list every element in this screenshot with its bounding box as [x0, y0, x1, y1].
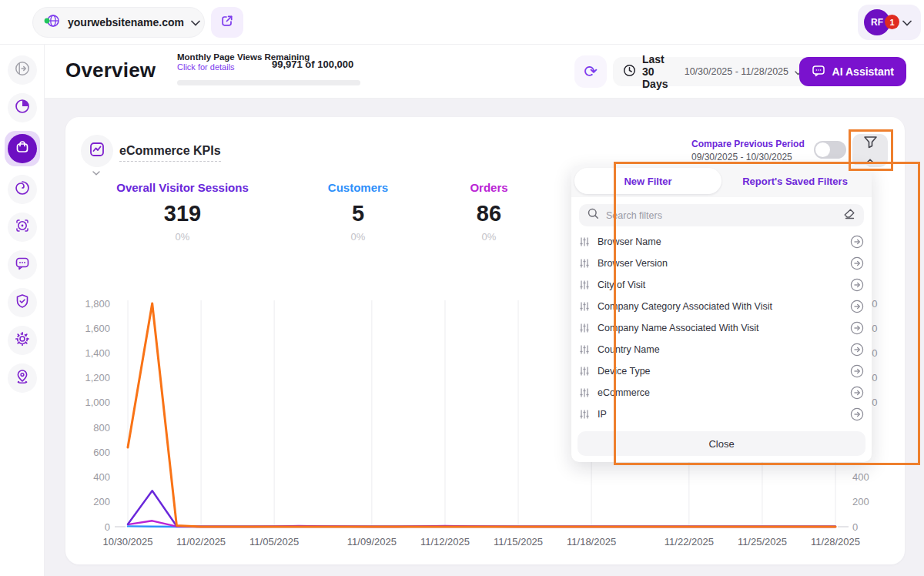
kpi-tab-customers[interactable]: Customers50%	[328, 181, 388, 243]
page-header: Overview Monthly Page Views Remaining Cl…	[45, 45, 924, 99]
filter-button[interactable]	[852, 134, 888, 167]
sidebar-item-dashboard[interactable]	[8, 93, 37, 122]
sliders-icon	[579, 409, 590, 420]
kpi-value: 5	[328, 201, 388, 226]
filter-item-city-of-visit[interactable]: City of Visit	[579, 274, 864, 296]
sliders-icon	[579, 323, 590, 333]
website-selector[interactable]: yourwebsitename.com	[32, 7, 205, 38]
ai-assistant-button[interactable]: AI Assistant	[799, 57, 906, 86]
arrow-right-circle-icon[interactable]	[850, 364, 864, 378]
sidebar-item-location[interactable]	[8, 363, 37, 393]
svg-text:1,800: 1,800	[85, 298, 110, 310]
widget-menu-button[interactable]	[81, 135, 113, 167]
chevron-up-icon	[866, 152, 874, 166]
filter-item-label: City of Visit	[598, 280, 842, 290]
filter-item-label: Browser Name	[598, 236, 842, 247]
filter-item-country-name[interactable]: Country Name	[579, 339, 864, 360]
website-name: yourwebsitename.com	[68, 16, 184, 28]
svg-text:10/30/2025: 10/30/2025	[102, 536, 152, 548]
arrow-right-circle-icon	[14, 60, 31, 80]
filter-item-browser-name[interactable]: Browser Name	[579, 231, 864, 253]
arrow-right-circle-icon[interactable]	[850, 386, 864, 400]
svg-text:11/18/2025: 11/18/2025	[567, 536, 616, 548]
close-button[interactable]: Close	[578, 431, 865, 456]
filter-search-input[interactable]	[606, 210, 836, 221]
profile-menu[interactable]: RF 1	[858, 5, 921, 40]
page-title: Overview	[65, 59, 156, 82]
search-icon	[588, 208, 599, 223]
sliders-icon	[579, 280, 590, 290]
sidebar-item-recordings[interactable]	[8, 213, 37, 242]
pie-chart-icon	[14, 98, 31, 118]
content-area: eCommerce KPIs Compare Previous Period 0…	[45, 99, 924, 576]
arrow-right-circle-icon[interactable]	[850, 321, 864, 335]
session-camera-icon	[14, 217, 31, 237]
eraser-icon[interactable]	[843, 208, 855, 223]
filter-item-device-type[interactable]: Device Type	[579, 360, 864, 382]
svg-text:200: 200	[93, 496, 110, 507]
website-chevron-down-icon	[191, 15, 200, 29]
map-pin-icon	[14, 368, 31, 388]
svg-text:1,600: 1,600	[85, 323, 110, 334]
arrow-right-circle-icon[interactable]	[850, 300, 864, 313]
compare-label: Compare Previous Period	[691, 139, 815, 149]
sidebar-item-settings[interactable]	[8, 326, 37, 355]
filter-item-browser-version[interactable]: Browser Version	[579, 253, 864, 274]
sidebar-item-privacy[interactable]	[8, 288, 37, 317]
filter-panel: New Filter Report's Saved Filters Browse…	[571, 165, 872, 462]
filter-item-company-name-associated-with-visit[interactable]: Company Name Associated With Visit	[579, 317, 864, 339]
tab-new-filter[interactable]: New Filter	[574, 168, 721, 194]
open-website-button[interactable]	[211, 7, 243, 38]
tab-saved-filters[interactable]: Report's Saved Filters	[721, 168, 869, 194]
compare-toggle[interactable]	[814, 141, 846, 159]
card-title: eCommerce KPIs	[119, 144, 221, 162]
sidebar-collapse-button[interactable]	[8, 55, 37, 85]
filter-item-label: Country Name	[598, 344, 842, 355]
kpi-tab-overall-visitor-sessions[interactable]: Overall Visitor Sessions3190%	[116, 181, 248, 243]
sliders-icon	[579, 366, 590, 377]
kpi-value: 86	[470, 201, 507, 226]
chat-bubble-icon	[14, 255, 31, 275]
sidebar-item-behavior[interactable]	[8, 175, 37, 204]
shopping-bag-icon	[15, 139, 30, 158]
filter-tabs: New Filter Report's Saved Filters	[571, 165, 872, 197]
refresh-icon: ⟳	[584, 62, 598, 81]
ai-assistant-label: AI Assistant	[832, 65, 894, 78]
svg-text:800: 800	[93, 422, 110, 434]
clock-icon	[623, 64, 636, 80]
arrow-right-circle-icon[interactable]	[850, 278, 864, 292]
spiral-icon	[14, 179, 31, 199]
filter-item-label: Device Type	[598, 366, 842, 377]
refresh-button[interactable]: ⟳	[574, 55, 607, 88]
filter-item-label: IP	[598, 409, 842, 420]
kpi-tab-orders[interactable]: Orders860%	[470, 181, 507, 243]
svg-text:1,400: 1,400	[85, 347, 110, 359]
sidebar-item-ecommerce[interactable]	[5, 131, 40, 166]
sidebar-item-feedback[interactable]	[8, 250, 37, 280]
arrow-right-circle-icon[interactable]	[850, 235, 864, 249]
external-link-icon	[220, 14, 234, 31]
arrow-right-circle-icon[interactable]	[850, 407, 864, 421]
svg-text:11/09/2025: 11/09/2025	[347, 536, 397, 548]
svg-text:11/15/2025: 11/15/2025	[494, 536, 543, 548]
kpi-delta: 0%	[470, 231, 507, 243]
compare-previous-period[interactable]: Compare Previous Period 09/30/2025 - 10/…	[691, 139, 815, 162]
funnel-icon	[863, 136, 878, 152]
svg-text:11/22/2025: 11/22/2025	[665, 536, 714, 548]
svg-text:400: 400	[93, 471, 110, 483]
sliders-icon	[579, 236, 590, 247]
arrow-right-circle-icon[interactable]	[850, 343, 864, 357]
avatar: RF 1	[864, 9, 890, 35]
arrow-right-circle-icon[interactable]	[850, 256, 864, 270]
chart-widget-icon	[89, 141, 105, 161]
filter-item-ip[interactable]: IP	[579, 404, 864, 425]
svg-text:11/02/2025: 11/02/2025	[176, 536, 226, 548]
date-range-selector[interactable]: Last 30 Days 10/30/2025 - 11/28/2025	[613, 57, 812, 86]
ecommerce-kpis-card: eCommerce KPIs Compare Previous Period 0…	[65, 117, 905, 564]
website-globe-icon	[44, 13, 61, 32]
date-range-value: 10/30/2025 - 11/28/2025	[685, 66, 788, 77]
filter-item-label: Browser Version	[598, 258, 842, 269]
sliders-icon	[579, 258, 590, 269]
filter-item-company-category-associated-with-visit[interactable]: Company Category Associated With Visit	[579, 296, 864, 317]
filter-item-ecommerce[interactable]: eCommerce	[579, 382, 864, 404]
